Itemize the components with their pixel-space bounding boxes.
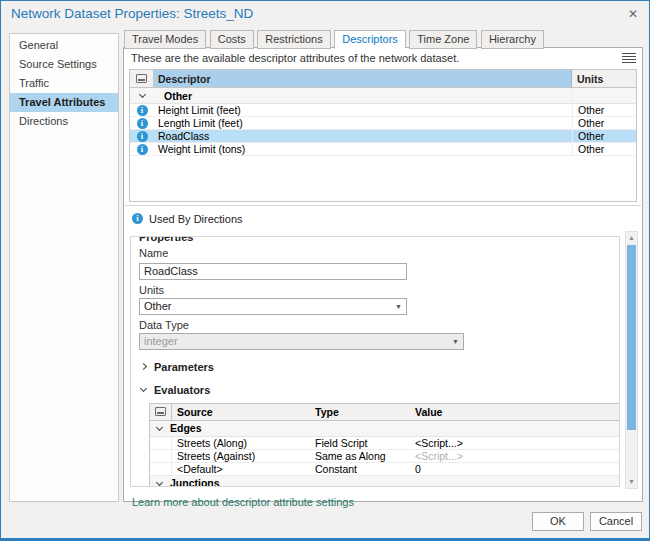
descriptor-name: Length Limit (feet) <box>154 117 572 129</box>
evaluators-table-header: Source Type Value <box>150 404 620 421</box>
tab-costs[interactable]: Costs <box>210 30 254 49</box>
chevron-down-icon: ▼ <box>452 338 459 345</box>
tab-travel-modes[interactable]: Travel Modes <box>124 30 206 49</box>
descriptor-group-row-other[interactable]: Other <box>130 88 636 104</box>
learn-more-row: Learn more about descriptor attribute se… <box>124 489 642 507</box>
descriptor-name: Weight Limit (tons) <box>154 143 572 155</box>
network-dataset-properties-dialog: Network Dataset Properties: Streets_ND ✕… <box>0 0 650 541</box>
evaluator-type[interactable]: Constant <box>312 463 412 475</box>
parameters-label: Parameters <box>154 361 214 373</box>
units-column-header[interactable]: Units <box>572 70 636 87</box>
type-column-header[interactable]: Type <box>312 406 412 418</box>
descriptor-name: Height Limit (feet) <box>154 104 572 116</box>
info-icon: i <box>130 130 154 142</box>
descriptor-name: RoadClass <box>154 130 572 142</box>
descriptor-table-header: Descriptor Units <box>130 70 636 88</box>
descriptor-units: Other <box>572 104 636 116</box>
tab-hierarchy[interactable]: Hierarchy <box>481 30 544 49</box>
descriptor-units: Other <box>572 130 636 142</box>
attribute-tab-bar: Travel Modes Costs Restrictions Descript… <box>123 29 643 48</box>
table-row-streets-along[interactable]: Streets (Along) Field Script <Script...> <box>150 437 620 450</box>
descriptor-units: Other <box>572 143 636 155</box>
chevron-down-icon <box>156 478 163 485</box>
evaluator-value[interactable]: 0 <box>412 463 620 475</box>
close-icon[interactable]: ✕ <box>625 6 641 22</box>
dialog-title: Network Dataset Properties: Streets_ND <box>11 6 253 21</box>
table-row-streets-against[interactable]: Streets (Against) Same as Along <Script.… <box>150 450 620 463</box>
value-column-header[interactable]: Value <box>412 406 620 418</box>
properties-legend: Properties <box>135 236 197 243</box>
evaluator-type-icon <box>150 404 172 420</box>
evaluator-value[interactable]: <Script...> <box>412 437 620 449</box>
descriptor-table: Descriptor Units Other i Height Limit (f… <box>129 69 637 156</box>
sidebar-item-source-settings[interactable]: Source Settings <box>10 55 118 74</box>
evaluator-source: Streets (Along) <box>172 437 312 449</box>
table-row-length-limit[interactable]: i Length Limit (feet) Other <box>130 117 636 130</box>
info-icon: i <box>132 213 143 224</box>
units-dropdown[interactable]: Other ▼ <box>139 298 407 315</box>
evaluator-group-junctions[interactable]: Junctions <box>150 476 620 488</box>
evaluator-value[interactable]: <Script...> <box>412 450 620 462</box>
intro-row: These are the available descriptor attri… <box>124 48 642 67</box>
scroll-up-icon[interactable]: ▲ <box>626 232 637 244</box>
tab-descriptors[interactable]: Descriptors <box>334 30 406 49</box>
descriptor-units: Other <box>572 117 636 129</box>
source-column-header[interactable]: Source <box>172 406 312 418</box>
group-label: Other <box>154 88 572 103</box>
learn-more-link[interactable]: Learn more about descriptor attribute se… <box>132 496 354 508</box>
evaluator-type[interactable]: Same as Along <box>312 450 412 462</box>
intro-text: These are the available descriptor attri… <box>131 52 459 64</box>
table-row-roadclass[interactable]: i RoadClass Other <box>130 130 636 143</box>
title-bar: Network Dataset Properties: Streets_ND ✕ <box>1 1 649 28</box>
evaluator-source: <Default> <box>172 463 312 475</box>
table-row-height-limit[interactable]: i Height Limit (feet) Other <box>130 104 636 117</box>
evaluators-expander[interactable]: Evaluators <box>141 384 611 396</box>
section-divider <box>125 205 641 206</box>
evaluator-type[interactable]: Field Script <box>312 437 412 449</box>
dialog-footer: OK Cancel <box>532 512 642 531</box>
info-icon: i <box>130 104 154 116</box>
descriptor-table-empty-area <box>129 156 637 202</box>
tab-time-zone[interactable]: Time Zone <box>409 30 477 49</box>
evaluator-type-icon <box>130 70 154 87</box>
evaluator-source: Streets (Against) <box>172 450 312 462</box>
chevron-down-icon: ▼ <box>395 303 402 310</box>
units-selected-value: Other <box>144 300 172 312</box>
ok-button[interactable]: OK <box>532 512 584 531</box>
units-label: Units <box>139 284 611 296</box>
table-row-weight-limit[interactable]: i Weight Limit (tons) Other <box>130 143 636 156</box>
evaluators-label: Evaluators <box>154 384 210 396</box>
settings-sidebar: General Source Settings Traffic Travel A… <box>9 33 119 502</box>
menu-icon[interactable] <box>622 51 636 63</box>
sidebar-item-travel-attributes[interactable]: Travel Attributes <box>10 93 118 112</box>
properties-scroll-region: Properties Name Units Other ▼ Data Type … <box>130 231 638 489</box>
chevron-down-icon <box>140 385 147 392</box>
info-icon: i <box>130 143 154 155</box>
chevron-down-icon <box>156 423 163 430</box>
used-by-directions-label: Used By Directions <box>149 213 243 225</box>
name-label: Name <box>139 247 611 259</box>
name-field[interactable] <box>139 263 407 280</box>
group-label: Junctions <box>170 477 220 487</box>
descriptor-column-header[interactable]: Descriptor <box>154 70 572 87</box>
properties-scrollbar[interactable]: ▲ ▼ <box>625 231 638 489</box>
evaluators-table: Source Type Value Edges Streets (Along) … <box>149 403 620 488</box>
data-type-selected-value: integer <box>144 335 178 347</box>
data-type-dropdown: integer ▼ <box>139 333 464 350</box>
parameters-expander[interactable]: Parameters <box>141 361 611 373</box>
table-row-edges-default[interactable]: <Default> Constant 0 <box>150 463 620 476</box>
sidebar-item-traffic[interactable]: Traffic <box>10 74 118 93</box>
scroll-down-icon[interactable]: ▼ <box>626 476 637 488</box>
sidebar-item-general[interactable]: General <box>10 36 118 55</box>
chevron-down-icon[interactable] <box>130 88 154 103</box>
evaluator-group-edges[interactable]: Edges <box>150 421 620 437</box>
sidebar-item-directions[interactable]: Directions <box>10 112 118 131</box>
chevron-right-icon <box>140 363 147 370</box>
properties-groupbox: Properties Name Units Other ▼ Data Type … <box>130 236 620 487</box>
descriptors-panel: These are the available descriptor attri… <box>123 47 643 502</box>
used-by-directions-row: i Used By Directions <box>124 208 642 229</box>
tab-restrictions[interactable]: Restrictions <box>257 30 330 49</box>
cancel-button[interactable]: Cancel <box>590 512 642 531</box>
info-icon: i <box>130 117 154 129</box>
scrollbar-thumb[interactable] <box>627 245 636 430</box>
